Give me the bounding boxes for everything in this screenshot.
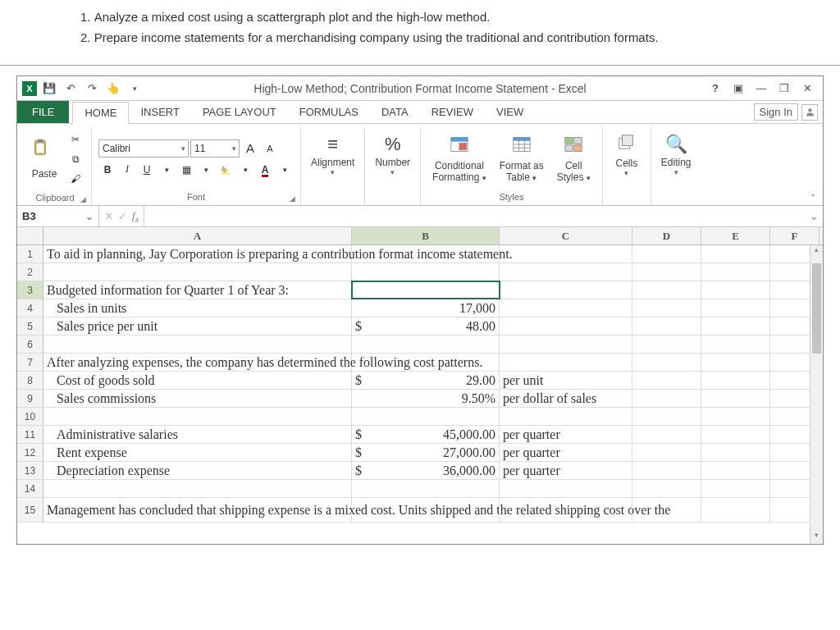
cell-B8[interactable]: $29.00 <box>352 372 500 389</box>
group-alignment: ≡ Alignment ▾ . <box>301 127 365 205</box>
cell-B5[interactable]: $48.00 <box>352 317 500 335</box>
font-launcher-icon[interactable]: ◢ <box>290 194 295 203</box>
clipboard-label: Clipboard <box>35 193 74 203</box>
vertical-scrollbar[interactable]: ▴ ▾ <box>810 245 823 544</box>
cell-C8[interactable]: per unit <box>500 372 632 389</box>
col-header-C[interactable]: C <box>500 227 632 244</box>
format-as-table-button[interactable]: Format as Table ▾ <box>495 131 549 187</box>
tab-page-layout[interactable]: PAGE LAYOUT <box>191 101 288 123</box>
col-header-E[interactable]: E <box>701 227 770 244</box>
scroll-thumb[interactable] <box>812 263 821 354</box>
cells-button[interactable]: Cells ▾ <box>608 127 646 183</box>
cell-A1[interactable]: To aid in planning, Jay Corporation is p… <box>43 245 352 262</box>
select-all-corner[interactable] <box>17 227 43 244</box>
undo-icon[interactable]: ↶ <box>62 80 80 98</box>
cell-B4[interactable]: 17,000 <box>352 299 500 317</box>
scroll-down-icon[interactable]: ▾ <box>810 531 823 544</box>
cell-A3[interactable]: Budgeted information for Quarter 1 of Ye… <box>43 281 352 299</box>
close-icon[interactable]: ✕ <box>797 80 818 98</box>
clipboard-launcher-icon[interactable]: ◢ <box>80 195 86 203</box>
bold-button[interactable]: B <box>98 161 116 179</box>
italic-button[interactable]: I <box>118 161 136 179</box>
alignment-icon: ≡ <box>327 134 338 155</box>
number-button[interactable]: % Number ▾ <box>370 127 415 183</box>
user-avatar-icon[interactable] <box>801 104 818 121</box>
conditional-formatting-icon <box>450 135 468 158</box>
cell-C13[interactable]: per quarter <box>500 462 632 479</box>
format-painter-icon[interactable]: 🖌 <box>66 170 84 188</box>
cell-C12[interactable]: per quarter <box>500 444 632 461</box>
grid-body[interactable]: 1 To aid in planning, Jay Corporation is… <box>17 245 823 544</box>
ribbon: Paste ✂ ⧉ 🖌 Clipboard◢ Calibri 11 A A <box>17 124 823 206</box>
copy-icon[interactable]: ⧉ <box>66 150 84 168</box>
font-name-select[interactable]: Calibri <box>98 139 189 158</box>
col-header-B[interactable]: B <box>352 227 500 244</box>
sign-in-button[interactable]: Sign In <box>754 103 798 121</box>
borders-more-icon[interactable]: ▾ <box>197 161 215 179</box>
svg-rect-15 <box>574 137 582 144</box>
ribbon-options-icon[interactable]: ▣ <box>728 80 749 98</box>
cell-A15[interactable]: Management has concluded that shipping e… <box>43 498 352 522</box>
underline-more-icon[interactable]: ▾ <box>158 161 176 179</box>
cell-B12[interactable]: $27,000.00 <box>352 444 500 461</box>
alignment-button[interactable]: ≡ Alignment ▾ <box>306 127 359 183</box>
cell-B3[interactable] <box>352 281 500 299</box>
paste-button[interactable]: Paste <box>25 131 63 187</box>
formula-bar[interactable] <box>144 206 805 226</box>
cell-A4[interactable]: Sales in units <box>43 299 352 317</box>
borders-icon[interactable]: ▦ <box>177 161 195 179</box>
grow-font-icon[interactable]: A <box>241 139 259 158</box>
tab-file[interactable]: FILE <box>17 101 69 123</box>
cut-icon[interactable]: ✂ <box>66 130 84 148</box>
fx-icon[interactable]: fx <box>132 209 139 224</box>
editing-button[interactable]: 🔍 Editing ▾ <box>656 127 696 183</box>
expand-formula-bar-icon[interactable]: ⌄ <box>805 206 823 226</box>
save-icon[interactable]: 💾 <box>40 80 58 98</box>
svg-rect-3 <box>36 144 43 153</box>
tab-data[interactable]: DATA <box>370 101 420 123</box>
cell-C11[interactable]: per quarter <box>500 426 632 443</box>
cell-A5[interactable]: Sales price per unit <box>43 317 352 335</box>
conditional-formatting-button[interactable]: Conditional Formatting ▾ <box>427 131 491 187</box>
cell-B11[interactable]: $45,000.00 <box>352 426 500 443</box>
cell-styles-button[interactable]: Cell Styles ▾ <box>552 131 596 187</box>
group-font: Calibri 11 A A B I U ▾ ▦ ▾ <box>92 127 301 205</box>
cell-A8[interactable]: Cost of goods sold <box>43 372 352 389</box>
col-header-D[interactable]: D <box>632 227 701 244</box>
cell-A11[interactable]: Administrative salaries <box>43 426 352 443</box>
maximize-icon[interactable]: ❐ <box>774 80 795 98</box>
cell-A12[interactable]: Rent expense <box>43 444 352 461</box>
svg-point-0 <box>808 108 811 112</box>
cell-A7[interactable]: After analyzing expenses, the company ha… <box>43 354 352 371</box>
tab-insert[interactable]: INSERT <box>129 101 190 123</box>
underline-button[interactable]: U <box>138 161 156 179</box>
cell-A9[interactable]: Sales commissions <box>43 390 352 407</box>
scroll-up-icon[interactable]: ▴ <box>810 245 823 258</box>
cell-B13[interactable]: $36,000.00 <box>352 462 500 479</box>
col-header-F[interactable]: F <box>770 227 819 244</box>
cancel-formula-icon[interactable]: ✕ <box>104 210 113 222</box>
formula-bar-row: B3 ✕ ✓ fx ⌄ <box>17 206 823 227</box>
qat-customize-icon[interactable]: ▾ <box>126 80 144 98</box>
cell-A13[interactable]: Depreciation expense <box>43 462 352 479</box>
tab-review[interactable]: REVIEW <box>420 101 485 123</box>
font-size-select[interactable]: 11 <box>190 139 240 158</box>
col-header-A[interactable]: A <box>43 227 352 244</box>
fill-color-icon[interactable] <box>217 161 235 179</box>
shrink-font-icon[interactable]: A <box>261 139 279 158</box>
collapse-ribbon-icon[interactable]: ˆ <box>805 127 821 205</box>
redo-icon[interactable]: ↷ <box>83 80 101 98</box>
enter-formula-icon[interactable]: ✓ <box>118 210 127 222</box>
touch-mode-icon[interactable]: 👆 <box>104 80 122 98</box>
row-header[interactable]: 1 <box>17 245 43 262</box>
cell-C9[interactable]: per dollar of sales <box>500 390 632 407</box>
tab-view[interactable]: VIEW <box>485 101 535 123</box>
help-icon[interactable]: ? <box>705 80 726 98</box>
tab-formulas[interactable]: FORMULAS <box>288 101 370 123</box>
tab-home[interactable]: HOME <box>72 102 129 124</box>
name-box[interactable]: B3 <box>17 206 99 226</box>
format-as-table-icon <box>513 135 531 158</box>
cell-B9[interactable]: 9.50% <box>352 390 500 407</box>
font-color-icon[interactable]: A <box>256 161 274 179</box>
minimize-icon[interactable]: — <box>751 80 772 98</box>
